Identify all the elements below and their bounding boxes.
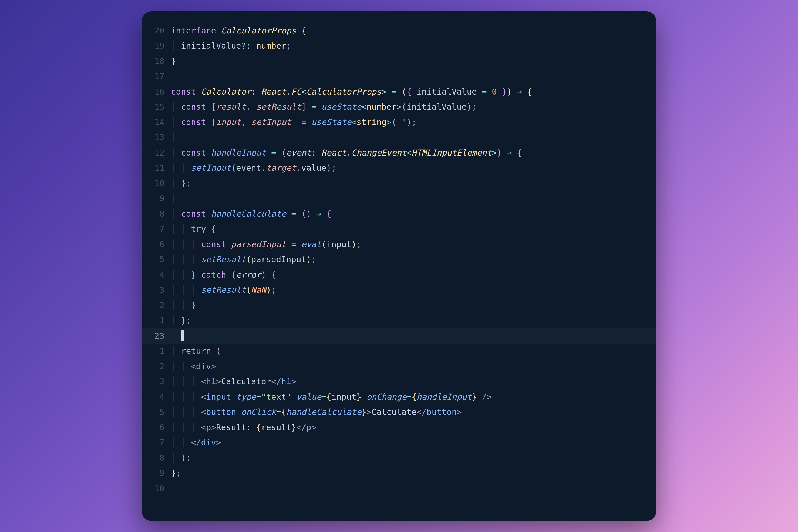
line-content[interactable]: │ ); — [171, 451, 656, 466]
line-content[interactable]: │ │ } catch (error) { — [171, 267, 656, 283]
line-content[interactable]: │ │ │ <button onClick={handleCalculate}>… — [171, 404, 656, 420]
line-content[interactable]: │ │ │ <h1>Calculator</h1> — [171, 374, 656, 390]
indent-guide: │ │ — [171, 362, 191, 371]
token: . — [286, 87, 291, 96]
code-line[interactable]: 8│ const handleCalculate = () ⇒ { — [142, 206, 656, 222]
line-content[interactable]: │ │ │ const parsedInput = eval(input); — [171, 237, 656, 252]
token: CalculatorProps — [306, 87, 381, 96]
code-line[interactable]: 14│ const [input, setInput] = useState<s… — [142, 115, 656, 130]
token — [412, 87, 417, 96]
code-line[interactable]: 3│ │ │ setResult(NaN); — [142, 283, 656, 298]
line-content[interactable]: │ — [171, 130, 656, 145]
code-line[interactable]: 10 — [142, 481, 656, 496]
code-line[interactable]: 4│ │ } catch (error) { — [142, 267, 656, 283]
token: div — [201, 438, 216, 447]
line-number: 16 — [142, 84, 171, 100]
code-line[interactable]: 17 — [142, 69, 656, 84]
token: setInput — [191, 163, 231, 173]
token: ] — [301, 102, 306, 112]
token: h1 — [281, 377, 291, 386]
code-line[interactable]: 3│ │ │ <h1>Calculator</h1> — [142, 374, 656, 390]
code-line[interactable]: 16const Calculator: React.FC<CalculatorP… — [142, 84, 656, 100]
code-line[interactable]: 2│ │ <div> — [142, 359, 656, 374]
code-line[interactable]: 6│ │ │ <p>Result: {result}</p> — [142, 420, 656, 435]
code-line[interactable]: 1│ }; — [142, 313, 656, 328]
line-content[interactable]: │ }; — [171, 176, 656, 191]
token — [306, 117, 311, 127]
line-content[interactable]: │ │ setInput(event.target.value); — [171, 160, 656, 176]
indent-guide: │ — [171, 316, 181, 325]
token — [477, 392, 482, 402]
token: } — [472, 392, 477, 402]
token: } — [291, 423, 297, 432]
code-line[interactable]: 15│ const [result, setResult] = useState… — [142, 99, 656, 115]
line-content[interactable]: │ │ </div> — [171, 435, 656, 451]
code-line[interactable]: 1│ return ( — [142, 343, 656, 359]
line-content[interactable]: │ │ } — [171, 298, 656, 313]
token — [316, 102, 321, 112]
line-content[interactable]: │ │ │ setResult(parsedInput); — [171, 252, 656, 267]
code-line[interactable]: 7│ │ </div> — [142, 435, 656, 451]
token: { — [326, 209, 331, 218]
code-line[interactable]: 8│ ); — [142, 451, 656, 466]
line-content[interactable]: │ const [result, setResult] = useState<n… — [171, 99, 656, 115]
line-content[interactable]: │ }; — [171, 313, 656, 328]
token: , — [246, 102, 256, 112]
line-number: 1 — [142, 313, 171, 328]
indent-guide: │ │ — [171, 438, 191, 447]
token: number — [366, 102, 396, 112]
token: = — [482, 87, 487, 96]
token: ( — [246, 255, 251, 264]
line-content[interactable]: │ — [171, 191, 656, 206]
code-line[interactable]: 18} — [142, 54, 656, 69]
line-content[interactable]: │ │ │ setResult(NaN); — [171, 283, 656, 298]
code-line[interactable]: 7│ │ try { — [142, 222, 656, 237]
code-line[interactable]: 20interface CalculatorProps { — [142, 23, 656, 39]
token — [321, 209, 326, 218]
token — [276, 148, 281, 157]
token: result — [261, 423, 291, 432]
token — [497, 87, 502, 96]
token: > — [211, 423, 216, 432]
line-content[interactable]: │ const [input, setInput] = useState<str… — [171, 115, 656, 130]
code-line[interactable]: 10│ }; — [142, 176, 656, 191]
token: = — [256, 392, 261, 402]
line-content[interactable] — [171, 328, 656, 344]
line-content[interactable]: │ │ try { — [171, 222, 656, 237]
token: Calculator — [201, 87, 251, 96]
token: ; — [412, 117, 417, 127]
line-content[interactable]: │ initialValue?: number; — [171, 38, 656, 54]
code-line[interactable]: 5│ │ │ <button onClick={handleCalculate}… — [142, 404, 656, 420]
code-line[interactable]: 13│ — [142, 130, 656, 145]
code-line[interactable]: 9}; — [142, 466, 656, 481]
line-content[interactable]: interface CalculatorProps { — [171, 23, 656, 39]
code-line[interactable]: 11│ │ setInput(event.target.value); — [142, 160, 656, 176]
line-content[interactable]: │ const handleCalculate = () ⇒ { — [171, 206, 656, 222]
token: , — [241, 117, 251, 127]
code-line[interactable]: 2│ │ } — [142, 298, 656, 313]
line-number: 11 — [142, 160, 171, 176]
line-content[interactable]: │ return ( — [171, 343, 656, 359]
code-line[interactable]: 6│ │ │ const parsedInput = eval(input); — [142, 237, 656, 252]
indent-guide: │ │ │ — [171, 255, 201, 264]
line-content[interactable]: │ │ │ <input type="text" value={input} o… — [171, 390, 656, 405]
code-area[interactable]: 20interface CalculatorProps {19│ initial… — [142, 23, 656, 496]
code-line[interactable]: 9│ — [142, 191, 656, 206]
line-content[interactable]: │ │ <div> — [171, 359, 656, 374]
line-number: 7 — [142, 222, 171, 237]
code-line[interactable]: 4│ │ │ <input type="text" value={input} … — [142, 390, 656, 405]
line-content[interactable]: const Calculator: React.FC<CalculatorPro… — [171, 84, 656, 100]
code-line[interactable]: 23 — [142, 328, 656, 344]
token: onClick — [241, 407, 276, 417]
code-line[interactable]: 19│ initialValue?: number; — [142, 38, 656, 54]
line-content[interactable]: │ const handleInput = (event: React.Chan… — [171, 145, 656, 161]
line-content[interactable]: │ │ │ <p>Result: {result}</p> — [171, 420, 656, 435]
line-content[interactable]: }; — [171, 466, 656, 481]
line-number: 5 — [142, 404, 171, 420]
token: } — [191, 301, 196, 310]
token: } — [181, 178, 186, 188]
line-content[interactable]: } — [171, 54, 656, 69]
token: setResult — [256, 102, 301, 112]
code-line[interactable]: 12│ const handleInput = (event: React.Ch… — [142, 145, 656, 161]
code-line[interactable]: 5│ │ │ setResult(parsedInput); — [142, 252, 656, 267]
